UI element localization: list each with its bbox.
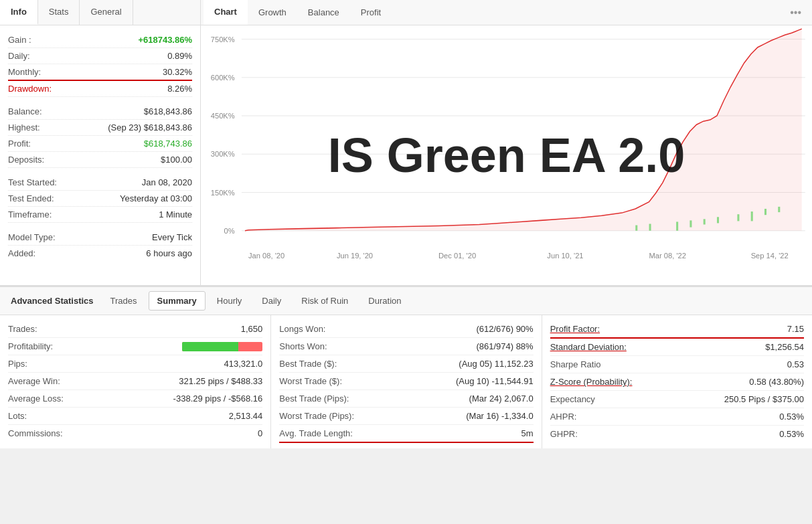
best-trade-pips-value: (Mar 24) 2,067.0 — [469, 394, 534, 404]
test-ended-row: Test Ended: Yesterday at 03:00 — [8, 191, 192, 207]
svg-rect-20 — [676, 222, 678, 230]
zscore-row: Z-Score (Probability): 0.58 (43.80%) — [550, 373, 804, 391]
chart-tab-bar: Chart Growth Balance Profit ••• — [201, 0, 812, 25]
chart-more-button[interactable]: ••• — [782, 1, 809, 24]
gain-label: Gain : — [8, 35, 31, 45]
left-tab-bar: Info Stats General — [0, 0, 200, 25]
profit-label: Profit: — [8, 139, 31, 149]
sharpe-ratio-value: 0.53 — [787, 359, 804, 369]
profit-bar-fill — [182, 342, 238, 351]
drawdown-value: 8.26% — [167, 84, 192, 94]
tab-info[interactable]: Info — [0, 0, 38, 25]
avg-trade-length-row: Avg. Trade Length: 5m — [279, 425, 533, 443]
monthly-value: 30.32% — [163, 67, 192, 77]
test-started-label: Test Started: — [8, 177, 57, 187]
commissions-value: 0 — [258, 428, 262, 438]
added-value: 6 hours ago — [146, 248, 192, 258]
stats-tab-risk-of-ruin[interactable]: Risk of Ruin — [293, 291, 357, 311]
test-started-row: Test Started: Jan 08, 2020 — [8, 175, 192, 191]
profit-value: $618,743.86 — [144, 139, 192, 149]
model-type-row: Model Type: Every Tick — [8, 230, 192, 246]
stats-tab-trades[interactable]: Trades — [102, 291, 146, 311]
expectancy-value: 250.5 Pips / $375.00 — [724, 394, 804, 404]
longs-won-row: Longs Won: (612/676) 90% — [279, 321, 533, 338]
stats-tab-duration[interactable]: Duration — [359, 291, 410, 311]
pips-label: Pips: — [8, 359, 27, 369]
worst-trade-pips-value: (Mar 16) -1,334.0 — [466, 411, 533, 421]
zscore-label: Z-Score (Probability): — [550, 377, 633, 387]
shorts-won-row: Shorts Won: (861/974) 88% — [279, 338, 533, 355]
profitability-label: Profitability: — [8, 341, 53, 351]
left-panel: Info Stats General Gain : +618743.86% Da… — [0, 0, 201, 285]
model-type-value: Every Tick — [152, 232, 192, 242]
avg-loss-value: -338.29 pips / -$568.16 — [173, 394, 263, 404]
stats-tab-summary[interactable]: Summary — [149, 291, 206, 311]
zscore-value: 0.58 (43.80%) — [749, 377, 804, 387]
svg-rect-27 — [778, 207, 780, 212]
avg-loss-row: Average Loss: -338.29 pips / -$568.16 — [8, 390, 262, 408]
avg-win-row: Average Win: 321.25 pips / $488.33 — [8, 373, 262, 390]
svg-text:Jan 08, '20: Jan 08, '20 — [248, 252, 285, 260]
svg-text:600K%: 600K% — [211, 74, 235, 82]
added-label: Added: — [8, 248, 35, 258]
avg-win-label: Average Win: — [8, 376, 60, 386]
stats-tab-daily[interactable]: Daily — [253, 291, 290, 311]
ghpr-row: GHPR: 0.53% — [550, 426, 804, 442]
svg-rect-19 — [649, 224, 651, 230]
profit-bar-container — [182, 342, 262, 351]
monthly-row: Monthly: 30.32% — [8, 64, 192, 81]
daily-label: Daily: — [8, 51, 30, 61]
shorts-won-value: (861/974) 88% — [476, 341, 533, 351]
ghpr-value: 0.53% — [779, 429, 804, 439]
chart-tab-growth[interactable]: Growth — [248, 1, 297, 24]
avg-win-value: 321.25 pips / $488.33 — [179, 376, 262, 386]
chart-tab-balance[interactable]: Balance — [297, 1, 350, 24]
top-section: Info Stats General Gain : +618743.86% Da… — [0, 0, 812, 286]
bottom-section: Advanced Statistics Trades Summary Hourl… — [0, 286, 812, 448]
test-ended-label: Test Ended: — [8, 193, 54, 203]
profit-bar — [182, 342, 262, 351]
stats-col-2: Longs Won: (612/676) 90% Shorts Won: (86… — [270, 315, 541, 448]
drawdown-label: Drawdown: — [8, 84, 52, 94]
timeframe-label: Timeframe: — [8, 209, 52, 220]
longs-won-value: (612/676) 90% — [476, 324, 533, 334]
highest-row: Highest: (Sep 23) $618,843.86 — [8, 120, 192, 136]
model-type-label: Model Type: — [8, 232, 56, 242]
tab-stats[interactable]: Stats — [38, 0, 80, 25]
svg-text:450K%: 450K% — [211, 112, 235, 120]
shorts-won-label: Shorts Won: — [279, 341, 327, 351]
worst-trade-dollar-value: (Aug 10) -11,544.91 — [456, 376, 534, 386]
balance-label: Balance: — [8, 106, 42, 116]
trades-row: Trades: 1,650 — [8, 321, 262, 338]
svg-text:Mar 08, '22: Mar 08, '22 — [649, 252, 686, 260]
avg-loss-label: Average Loss: — [8, 394, 64, 404]
advanced-statistics-label: Advanced Statistics — [5, 292, 99, 310]
svg-text:0%: 0% — [224, 227, 235, 235]
std-dev-value: $1,256.54 — [765, 342, 804, 352]
chart-tab-profit[interactable]: Profit — [350, 1, 392, 24]
stats-tab-bar: Advanced Statistics Trades Summary Hourl… — [0, 287, 812, 315]
best-trade-pips-label: Best Trade (Pips): — [279, 394, 349, 404]
sharpe-ratio-label: Sharpe Ratio — [550, 359, 601, 369]
best-trade-dollar-row: Best Trade ($): (Aug 05) 11,152.23 — [279, 355, 533, 373]
chart-tab-chart[interactable]: Chart — [204, 0, 248, 25]
ahpr-label: AHPR: — [550, 412, 577, 422]
best-trade-dollar-label: Best Trade ($): — [279, 359, 337, 369]
avg-trade-length-value: 5m — [521, 428, 534, 438]
trades-value: 1,650 — [241, 324, 263, 334]
lots-value: 2,513.44 — [229, 411, 263, 421]
std-dev-label: Standard Deviation: — [550, 342, 627, 352]
worst-trade-dollar-label: Worst Trade ($): — [279, 376, 342, 386]
svg-rect-18 — [635, 226, 637, 231]
profit-factor-label: Profit Factor: — [550, 324, 600, 334]
worst-trade-pips-label: Worst Trade (Pips): — [279, 411, 354, 421]
main-container: Info Stats General Gain : +618743.86% Da… — [0, 0, 812, 448]
added-row: Added: 6 hours ago — [8, 246, 192, 261]
svg-text:300K%: 300K% — [211, 150, 235, 158]
stats-tab-hourly[interactable]: Hourly — [208, 291, 251, 311]
svg-text:150K%: 150K% — [211, 188, 235, 196]
svg-text:Jun 10, '21: Jun 10, '21 — [547, 252, 583, 260]
tab-general[interactable]: General — [80, 0, 133, 25]
ahpr-row: AHPR: 0.53% — [550, 408, 804, 426]
sharpe-ratio-row: Sharpe Ratio 0.53 — [550, 356, 804, 373]
